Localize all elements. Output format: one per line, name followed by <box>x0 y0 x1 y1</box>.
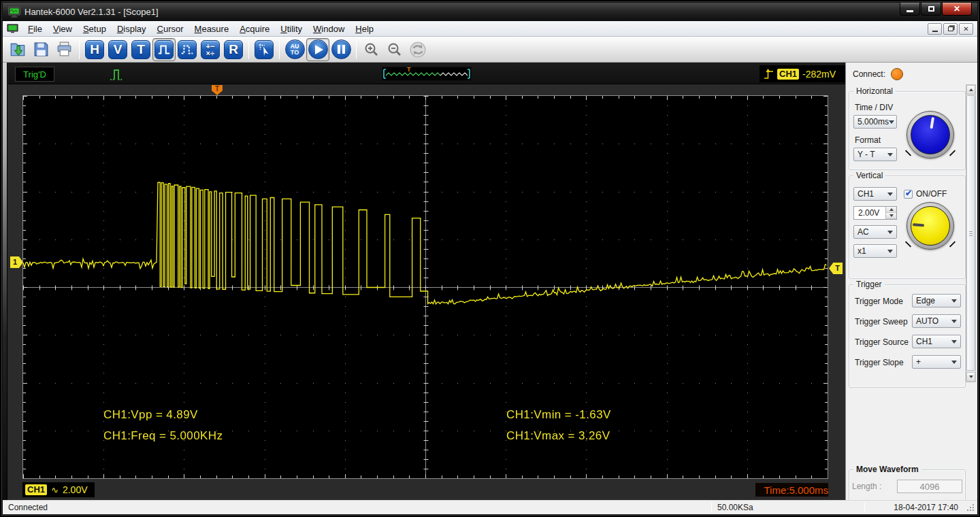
trigger-source-badge: CH1 <box>777 69 799 80</box>
pulse-train-icon <box>180 42 195 57</box>
control-panel: Connect: Horizontal Time / DIV 5.000ms F… <box>845 63 977 503</box>
statusbar-separator <box>711 503 712 512</box>
horizontal-icon: H <box>85 40 104 59</box>
vertical-group: Vertical CH1 ✔ ON/OFF 2.00V AC x1 <box>849 176 966 279</box>
measurement-vmax: CH1:Vmax = 3.26V <box>506 429 610 443</box>
trigger-level-marker[interactable]: T <box>829 263 843 274</box>
time-div-select[interactable]: 5.000ms <box>853 115 897 129</box>
trigger-mode-label: Trigger Mode <box>855 297 903 306</box>
print-button[interactable] <box>52 38 76 61</box>
trigger-mode-select[interactable]: Edge <box>912 294 961 307</box>
maximize-button[interactable] <box>921 3 941 16</box>
chevron-down-icon <box>887 250 893 253</box>
run-button[interactable] <box>306 38 329 61</box>
move-waveform-group: Move Waveform Length : 4096 <box>849 469 966 502</box>
menu-cursor[interactable]: Cursor <box>152 22 189 36</box>
trigger-source-label: Trigger Source <box>855 337 909 347</box>
timebase-label: Time:5.000ms <box>755 483 828 497</box>
single-pulse-icon <box>157 42 172 57</box>
coupling-select[interactable]: AC <box>853 225 897 239</box>
channel1-position-marker[interactable]: 1 <box>10 256 23 268</box>
mdi-restore-button[interactable] <box>943 23 958 35</box>
toolbar-separator <box>79 40 80 59</box>
single-pulse-button[interactable] <box>152 38 176 61</box>
triangle-down-icon <box>889 214 894 217</box>
maximize-icon <box>928 6 934 12</box>
coupling-symbol: ∿ <box>51 485 59 495</box>
save-icon <box>33 41 50 58</box>
spin-up-button[interactable] <box>886 207 896 213</box>
trigger-source-select[interactable]: CH1 <box>912 335 961 348</box>
open-button[interactable] <box>6 38 29 61</box>
channel1-label[interactable]: CH1 ∿ 2.00V <box>22 482 95 497</box>
panel-scrollbar[interactable] <box>966 84 976 382</box>
app-window: Hantek-6000 Ver2.1.31 - [Scope1] ✕ File … <box>0 0 980 517</box>
refresh-button[interactable] <box>406 38 429 61</box>
trigger-button[interactable]: T <box>129 38 152 61</box>
mdi-minimize-button[interactable] <box>928 23 942 35</box>
autoset-icon: AUTO <box>285 39 305 59</box>
triangle-down-icon <box>969 376 973 378</box>
onoff-checkbox[interactable]: ✔ <box>904 190 913 199</box>
chevron-down-icon <box>887 153 893 156</box>
close-button[interactable]: ✕ <box>942 3 972 16</box>
menu-window[interactable]: Window <box>308 22 350 36</box>
time-div-knob[interactable] <box>906 111 954 159</box>
pause-button[interactable] <box>329 38 353 61</box>
app-icon <box>8 7 20 18</box>
menu-display[interactable]: Display <box>112 22 152 36</box>
waveform-preview[interactable]: T <box>382 67 472 81</box>
horizontal-button[interactable]: H <box>83 38 106 61</box>
move-waveform-title: Move Waveform <box>853 465 921 474</box>
trigger-slope-select[interactable]: + <box>912 355 961 369</box>
format-select[interactable]: Y - T <box>853 148 897 161</box>
menu-setup[interactable]: Setup <box>78 22 112 36</box>
zoom-in-button[interactable] <box>360 38 383 61</box>
window-title: Hantek-6000 Ver2.1.31 - [Scope1] <box>24 7 159 17</box>
volts-div-knob[interactable] <box>906 202 954 250</box>
scope-display[interactable]: CH1:Vpp = 4.89V CH1:Freq = 5.000KHz CH1:… <box>22 95 828 479</box>
menu-view[interactable]: View <box>48 22 78 36</box>
channel-select[interactable]: CH1 <box>853 187 897 201</box>
probe-select[interactable]: x1 <box>853 244 897 258</box>
trigger-sweep-label: Trigger Sweep <box>855 317 908 327</box>
scope-area: Trig'D T CH1 -282mV <box>3 63 848 503</box>
save-button[interactable] <box>29 38 52 61</box>
connection-status: Connected <box>8 503 48 512</box>
menu-measure[interactable]: Measure <box>189 22 235 36</box>
preview-trigger-marker: T <box>407 66 411 73</box>
print-icon <box>56 41 73 58</box>
reference-icon: R <box>224 40 243 59</box>
mdi-document-icon[interactable] <box>7 24 18 34</box>
autoset-button[interactable]: AUTO <box>283 38 306 61</box>
mdi-close-button[interactable]: ✕ <box>959 23 973 35</box>
cursor-measure-button[interactable] <box>252 38 276 61</box>
vertical-icon: V <box>108 40 127 59</box>
open-icon <box>9 41 27 59</box>
triangle-up-icon <box>889 208 894 211</box>
mdi-close-icon: ✕ <box>963 25 968 33</box>
zoom-out-button[interactable] <box>383 38 406 61</box>
trigger-sweep-select[interactable]: AUTO <box>912 314 961 328</box>
math-button[interactable]: +−×÷ <box>199 38 222 61</box>
scroll-up-button[interactable] <box>966 85 975 95</box>
chevron-down-icon <box>887 231 893 234</box>
horizontal-group: Horizontal Time / DIV 5.000ms Format Y -… <box>849 91 966 170</box>
vertical-button[interactable]: V <box>106 38 129 61</box>
volts-div-spinner[interactable]: 2.00V <box>853 206 897 220</box>
scroll-down-button[interactable] <box>966 372 975 382</box>
scrollbar-thumb[interactable] <box>966 95 975 371</box>
pulse-train-button[interactable] <box>176 38 199 61</box>
trigger-position-marker[interactable]: T <box>212 85 223 95</box>
menu-acquire[interactable]: Acquire <box>234 22 275 36</box>
menu-file[interactable]: File <box>22 22 48 36</box>
toolbar-grip[interactable] <box>3 63 7 503</box>
menu-utility[interactable]: Utility <box>275 22 308 36</box>
mdi-minimize-icon <box>932 31 938 32</box>
minimize-button[interactable] <box>900 3 920 16</box>
spin-down-button[interactable] <box>886 213 896 219</box>
resize-grip[interactable] <box>968 505 976 513</box>
menu-help[interactable]: Help <box>350 22 379 36</box>
reference-button[interactable]: R <box>222 38 245 61</box>
sample-rate: 50.00KSa <box>717 503 753 512</box>
